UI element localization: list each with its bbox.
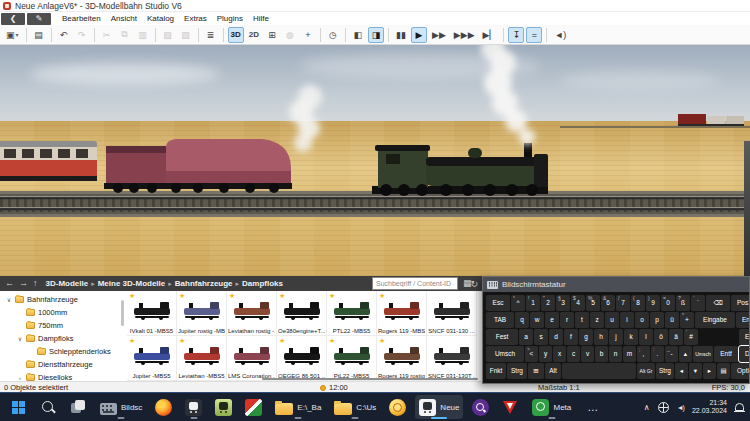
arrow-left-key[interactable]: ◂ bbox=[675, 363, 688, 379]
ende-key[interactable]: Ende bbox=[736, 312, 750, 328]
save-button[interactable]: ▣▾ bbox=[3, 27, 22, 43]
taskbar-train-green-button[interactable] bbox=[211, 395, 236, 419]
key-key[interactable]: ü bbox=[665, 312, 679, 328]
key-w[interactable]: w bbox=[530, 312, 544, 328]
back-button[interactable]: ❮ bbox=[1, 13, 25, 25]
paste-button[interactable]: ▥ bbox=[135, 27, 151, 43]
key-a[interactable]: a bbox=[519, 329, 533, 345]
taskbar-folder-c-button[interactable]: C:\Us bbox=[330, 395, 380, 419]
taskbar-shield-button[interactable] bbox=[498, 395, 523, 419]
tray-clock[interactable]: 21:34 22.03.2024 bbox=[692, 399, 727, 415]
taskbar-studio-button[interactable]: Neue bbox=[415, 395, 463, 419]
view-3d-button[interactable]: 3D bbox=[228, 27, 244, 43]
osk-titlebar[interactable]: Bildschirmtastatur bbox=[483, 277, 749, 292]
key-8[interactable]: (8 bbox=[631, 295, 645, 311]
tree-scrollbar[interactable] bbox=[121, 300, 124, 326]
key-z[interactable]: z bbox=[590, 312, 604, 328]
key-h[interactable]: h bbox=[594, 329, 608, 345]
key-2[interactable]: "2 bbox=[541, 295, 555, 311]
menu-hilfe[interactable]: Hilfe bbox=[248, 14, 274, 23]
view-2d-button[interactable]: 2D bbox=[246, 27, 262, 43]
favorite-star-icon[interactable]: ★ bbox=[379, 337, 385, 345]
clock-button[interactable]: ◷ bbox=[325, 27, 341, 43]
catalog-up-button[interactable]: ↑ bbox=[33, 279, 38, 288]
menu-extras[interactable]: Extras bbox=[179, 14, 212, 23]
key-6[interactable]: &6 bbox=[601, 295, 615, 311]
enter-key[interactable]: Eingabe bbox=[695, 312, 735, 328]
taskbar-firefox-button[interactable] bbox=[151, 395, 176, 419]
key-fest[interactable]: Fest bbox=[486, 329, 518, 345]
key-alt[interactable]: Alt bbox=[545, 363, 561, 379]
menu-plugins[interactable]: Plugins bbox=[212, 14, 248, 23]
tree-item-dampfloks[interactable]: ∨Dampfloks bbox=[0, 332, 126, 345]
3d-viewport[interactable] bbox=[0, 45, 750, 276]
key-5[interactable]: %5 bbox=[586, 295, 600, 311]
taskbar-meta-button[interactable]: Meta bbox=[528, 395, 575, 419]
tree-item-bahnfahrzeuge[interactable]: ∨Bahnfahrzeuge bbox=[0, 293, 126, 306]
catalog-item-oe380enginet[interactable]: ★Oe380engine+T... bbox=[277, 291, 327, 336]
catalog-forward-button[interactable]: → bbox=[19, 279, 28, 288]
key-m[interactable]: m bbox=[623, 346, 636, 362]
favorite-star-icon[interactable]: ★ bbox=[329, 292, 335, 300]
key-s[interactable]: s bbox=[534, 329, 548, 345]
key-esc[interactable]: Esc bbox=[486, 295, 510, 311]
breadcrumb-item-3dmodelle[interactable]: 3D-Modelle bbox=[46, 279, 89, 288]
key-tab[interactable]: TAB bbox=[486, 312, 514, 328]
arrow-up-key[interactable]: ▴ bbox=[679, 346, 692, 362]
tree-item-dieselloks[interactable]: ›Dieselloks bbox=[0, 371, 126, 381]
tree-item-750mm[interactable]: 750mm bbox=[0, 319, 126, 332]
key-umsch[interactable]: Umsch bbox=[486, 346, 524, 362]
tree-item-1000mm[interactable]: 1000mm bbox=[0, 306, 126, 319]
steam-loco-maroon[interactable] bbox=[104, 139, 292, 193]
panel-right-button[interactable]: ◨ bbox=[368, 27, 384, 43]
space-key[interactable] bbox=[562, 363, 636, 379]
group-button[interactable]: ▧ bbox=[160, 27, 176, 43]
key-9[interactable]: )9 bbox=[646, 295, 660, 311]
key-key[interactable]: ?ß bbox=[676, 295, 690, 311]
key-key[interactable]: °^ bbox=[511, 295, 525, 311]
taskbar-more-button[interactable]: … bbox=[580, 395, 605, 419]
breadcrumb-item-bahnfahrzeuge[interactable]: Bahnfahrzeuge bbox=[175, 279, 233, 288]
cut-button[interactable]: ✂ bbox=[99, 27, 115, 43]
key-g[interactable]: g bbox=[579, 329, 593, 345]
task-view-button[interactable] bbox=[66, 395, 91, 419]
taskbar-geo-button[interactable] bbox=[241, 395, 266, 419]
catalog-item-ptl22mbs5[interactable]: ★PtL22 -MBS5 bbox=[327, 336, 377, 381]
edit-mode-button[interactable]: ✎ bbox=[27, 13, 51, 25]
catalog-item-ivkalt01mbs5[interactable]: ★IVkalt 01 -MBS5 bbox=[127, 291, 177, 336]
catalog-item-leviathanrostig[interactable]: ★Leviathan rostig -... bbox=[227, 291, 277, 336]
add-button[interactable]: + bbox=[300, 27, 316, 43]
catalog-back-button[interactable]: ← bbox=[5, 279, 14, 288]
catalog-item-oegeg86501[interactable]: ★OEGEG 86 501 ... bbox=[277, 336, 327, 381]
key-fnkt[interactable]: Fnkt bbox=[486, 363, 506, 379]
key-4[interactable]: $4 bbox=[571, 295, 585, 311]
steam-loco-green[interactable] bbox=[372, 143, 548, 196]
start-button[interactable] bbox=[6, 395, 31, 419]
key-k[interactable]: k bbox=[624, 329, 638, 345]
catalog-item-jupiterrostigmb[interactable]: ★Jupiter rostig -MB... bbox=[177, 291, 227, 336]
key-r[interactable]: r bbox=[560, 312, 574, 328]
key-key[interactable]: :. bbox=[651, 346, 664, 362]
nav-key[interactable]: ▤ bbox=[717, 363, 730, 379]
marker-button[interactable]: ◍ bbox=[282, 27, 298, 43]
catalog-item-rogers119mbs5[interactable]: ★Rogers 119 -MBS5 bbox=[377, 291, 427, 336]
entf-key[interactable]: Entf bbox=[714, 346, 738, 362]
favorite-star-icon[interactable]: ★ bbox=[279, 292, 285, 300]
key-key[interactable]: '# bbox=[684, 329, 698, 345]
undo-button[interactable]: ↶ bbox=[56, 27, 72, 43]
taskbar-folder-e-button[interactable]: E:\_Ba bbox=[271, 395, 325, 419]
catalog-item-lmscoronation[interactable]: LMS Coronation ... bbox=[227, 336, 277, 381]
druck-key[interactable]: Druck bbox=[739, 346, 750, 362]
arrow-right-key[interactable]: ▸ bbox=[703, 363, 716, 379]
pause-button[interactable]: ▮▮ bbox=[393, 27, 409, 43]
fast-forward-3-button[interactable]: ▶▶▶ bbox=[451, 27, 478, 43]
play-button[interactable]: ▶ bbox=[411, 27, 427, 43]
menu-bearbeiten[interactable]: Bearbeiten bbox=[57, 14, 106, 23]
key-key[interactable]: *+ bbox=[680, 312, 694, 328]
redo-button[interactable]: ↷ bbox=[74, 27, 90, 43]
key-j[interactable]: j bbox=[609, 329, 623, 345]
search-button[interactable] bbox=[36, 395, 61, 419]
key-d[interactable]: d bbox=[549, 329, 563, 345]
key-n[interactable]: n bbox=[609, 346, 622, 362]
key-x[interactable]: x bbox=[553, 346, 566, 362]
